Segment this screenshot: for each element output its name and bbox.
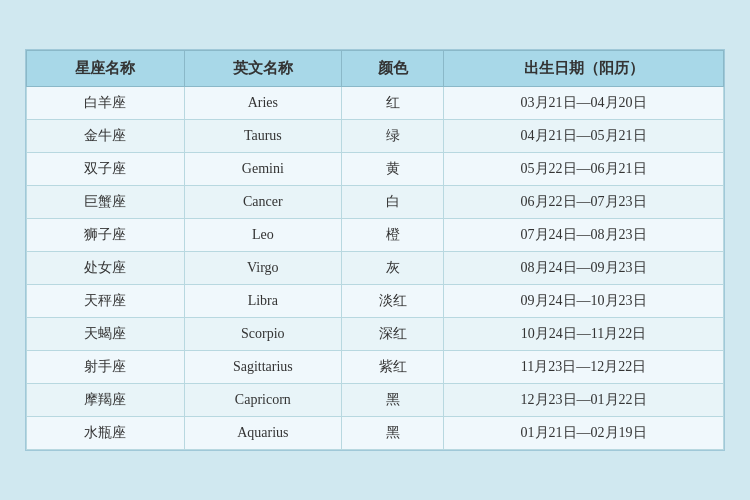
cell-dates: 09月24日—10月23日 <box>444 285 724 318</box>
header-chinese-name: 星座名称 <box>27 51 185 87</box>
cell-dates: 05月22日—06月21日 <box>444 153 724 186</box>
cell-dates: 12月23日—01月22日 <box>444 384 724 417</box>
header-dates: 出生日期（阳历） <box>444 51 724 87</box>
table-row: 狮子座Leo橙07月24日—08月23日 <box>27 219 724 252</box>
table-row: 射手座Sagittarius紫红11月23日—12月22日 <box>27 351 724 384</box>
cell-dates: 01月21日—02月19日 <box>444 417 724 450</box>
cell-chinese: 白羊座 <box>27 87 185 120</box>
cell-dates: 04月21日—05月21日 <box>444 120 724 153</box>
cell-chinese: 摩羯座 <box>27 384 185 417</box>
cell-english: Leo <box>184 219 342 252</box>
cell-dates: 11月23日—12月22日 <box>444 351 724 384</box>
cell-color: 淡红 <box>342 285 444 318</box>
cell-color: 红 <box>342 87 444 120</box>
table-row: 摩羯座Capricorn黑12月23日—01月22日 <box>27 384 724 417</box>
cell-chinese: 巨蟹座 <box>27 186 185 219</box>
zodiac-table-container: 星座名称 英文名称 颜色 出生日期（阳历） 白羊座Aries红03月21日—04… <box>25 49 725 451</box>
cell-chinese: 双子座 <box>27 153 185 186</box>
cell-chinese: 处女座 <box>27 252 185 285</box>
cell-color: 黑 <box>342 384 444 417</box>
cell-chinese: 天蝎座 <box>27 318 185 351</box>
table-row: 金牛座Taurus绿04月21日—05月21日 <box>27 120 724 153</box>
cell-color: 橙 <box>342 219 444 252</box>
cell-english: Virgo <box>184 252 342 285</box>
cell-color: 紫红 <box>342 351 444 384</box>
cell-color: 灰 <box>342 252 444 285</box>
cell-chinese: 水瓶座 <box>27 417 185 450</box>
table-row: 处女座Virgo灰08月24日—09月23日 <box>27 252 724 285</box>
cell-dates: 10月24日—11月22日 <box>444 318 724 351</box>
cell-english: Aquarius <box>184 417 342 450</box>
cell-english: Capricorn <box>184 384 342 417</box>
cell-english: Sagittarius <box>184 351 342 384</box>
cell-english: Scorpio <box>184 318 342 351</box>
zodiac-table: 星座名称 英文名称 颜色 出生日期（阳历） 白羊座Aries红03月21日—04… <box>26 50 724 450</box>
table-body: 白羊座Aries红03月21日—04月20日金牛座Taurus绿04月21日—0… <box>27 87 724 450</box>
table-row: 双子座Gemini黄05月22日—06月21日 <box>27 153 724 186</box>
cell-english: Aries <box>184 87 342 120</box>
cell-chinese: 射手座 <box>27 351 185 384</box>
header-english-name: 英文名称 <box>184 51 342 87</box>
cell-color: 白 <box>342 186 444 219</box>
table-row: 天秤座Libra淡红09月24日—10月23日 <box>27 285 724 318</box>
cell-english: Cancer <box>184 186 342 219</box>
table-header-row: 星座名称 英文名称 颜色 出生日期（阳历） <box>27 51 724 87</box>
cell-dates: 06月22日—07月23日 <box>444 186 724 219</box>
cell-dates: 03月21日—04月20日 <box>444 87 724 120</box>
cell-dates: 08月24日—09月23日 <box>444 252 724 285</box>
cell-chinese: 狮子座 <box>27 219 185 252</box>
cell-color: 黑 <box>342 417 444 450</box>
cell-color: 绿 <box>342 120 444 153</box>
cell-english: Gemini <box>184 153 342 186</box>
cell-english: Taurus <box>184 120 342 153</box>
cell-dates: 07月24日—08月23日 <box>444 219 724 252</box>
table-row: 天蝎座Scorpio深红10月24日—11月22日 <box>27 318 724 351</box>
cell-color: 深红 <box>342 318 444 351</box>
cell-chinese: 天秤座 <box>27 285 185 318</box>
table-row: 白羊座Aries红03月21日—04月20日 <box>27 87 724 120</box>
table-row: 水瓶座Aquarius黑01月21日—02月19日 <box>27 417 724 450</box>
header-color: 颜色 <box>342 51 444 87</box>
cell-color: 黄 <box>342 153 444 186</box>
table-row: 巨蟹座Cancer白06月22日—07月23日 <box>27 186 724 219</box>
cell-english: Libra <box>184 285 342 318</box>
cell-chinese: 金牛座 <box>27 120 185 153</box>
